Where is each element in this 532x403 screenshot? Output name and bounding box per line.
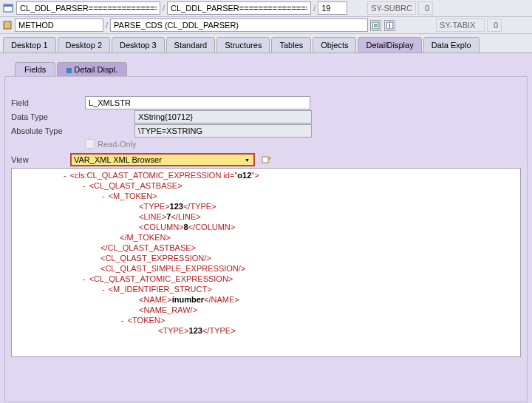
breadcrumb-input-1[interactable] [16,1,160,15]
tab-data-explorer[interactable]: Data Explo [423,37,480,53]
subtab-fields[interactable]: Fields [15,62,55,76]
sy-subrc-label [367,1,416,15]
tab-standard[interactable]: Standard [166,37,216,53]
xml-line: <NAME>inumber</NAME> [15,294,517,305]
top-nav-bar: / / [0,0,532,17]
readonly-checkbox [85,139,95,149]
field-input[interactable] [85,96,310,109]
detail-panel: Field Data Type Absolute Type Read-Only … [4,76,528,402]
separator: / [106,21,108,30]
xml-line: <NAME_RAW/> [15,305,517,315]
object-icon[interactable] [2,2,14,14]
tab-desktop-3[interactable]: Desktop 3 [112,37,165,53]
svg-rect-2 [4,21,11,29]
separator: / [163,4,165,13]
data-type-value [134,110,312,123]
tool-icon-1[interactable] [370,20,381,31]
absolute-type-label: Absolute Type [11,126,134,135]
field-label: Field [11,98,85,107]
xml-line: -<CL_QLAST_ASTBASE> [15,180,517,191]
svg-rect-7 [262,157,268,163]
xml-line: </CL_QLAST_ASTBASE> [15,243,517,253]
tab-tables[interactable]: Tables [271,37,311,53]
xml-line: -<CL_QLAST_ATOMIC_EXPRESSION> [15,274,517,284]
line-input[interactable] [318,1,347,15]
tab-detaildisplay[interactable]: DetailDisplay [358,37,421,53]
method-icon[interactable] [2,20,13,30]
xml-line: <COLUMN>8</COLUMN> [15,222,517,232]
xml-line: <CL_QLAST_SIMPLE_EXPRESSION/> [15,263,517,274]
xml-line: -<TOKEN> [15,315,517,325]
second-nav-bar: / i [0,17,532,34]
tab-desktop-1[interactable]: Desktop 1 [3,37,56,53]
xml-view[interactable]: -<cls:CL_QLAST_ATOMIC_EXPRESSION id="o12… [11,168,521,357]
tab-desktop-2[interactable]: Desktop 2 [58,37,111,53]
xml-line: </M_TOKEN> [15,232,517,243]
readonly-label: Read-Only [98,140,137,149]
xml-line: <LINE>7</LINE> [15,211,517,222]
view-label: View [11,155,70,164]
chevron-down-icon: ▼ [245,158,250,163]
subtab-detail-label: Detail Displ. [74,65,117,74]
xml-line: <CL_QLAST_EXPRESSION/> [15,253,517,263]
view-selected-text: VAR_XML XML Browser [74,155,162,164]
info-icon[interactable]: i [384,20,395,31]
method-field[interactable] [15,18,103,32]
svg-text:i: i [389,21,390,30]
field-row: Field [11,96,521,109]
sub-tab-strip: Fields Detail Displ. [15,62,528,76]
view-action-icon[interactable] [261,154,273,166]
detail-display-content: Fields Detail Displ. Field Data Type Abs… [0,53,532,403]
tab-structures[interactable]: Structures [216,37,270,53]
view-row: View VAR_XML XML Browser ▼ [11,153,521,166]
parse-field[interactable] [110,18,368,32]
xml-line: <TYPE>123</TYPE> [15,325,517,336]
data-type-label: Data Type [11,112,134,121]
xml-line: -<M_TOKEN> [15,191,517,201]
xml-line: <TYPE>123</TYPE> [15,201,517,211]
main-tab-strip: Desktop 1 Desktop 2 Desktop 3 Standard S… [0,34,532,53]
absolute-type-value [134,124,312,138]
sy-tabix-value [487,18,502,32]
svg-rect-4 [374,24,378,27]
data-type-row: Data Type [11,110,521,123]
active-dot-icon [66,68,72,73]
breadcrumb-input-2[interactable] [167,1,311,15]
separator: / [313,4,316,13]
absolute-type-row: Absolute Type [11,124,521,138]
svg-rect-1 [4,4,13,7]
xml-line: -<M_IDENTIFIER_STRUCT> [15,284,517,294]
sy-subrc-value [418,1,433,15]
subtab-detail-display[interactable]: Detail Displ. [57,62,127,76]
tab-objects[interactable]: Objects [313,37,356,53]
xml-line: -<cls:CL_QLAST_ATOMIC_EXPRESSION id="o12… [15,170,517,180]
readonly-row: Read-Only [85,139,521,149]
view-select[interactable]: VAR_XML XML Browser ▼ [70,153,255,166]
sy-tabix-label [436,18,485,32]
